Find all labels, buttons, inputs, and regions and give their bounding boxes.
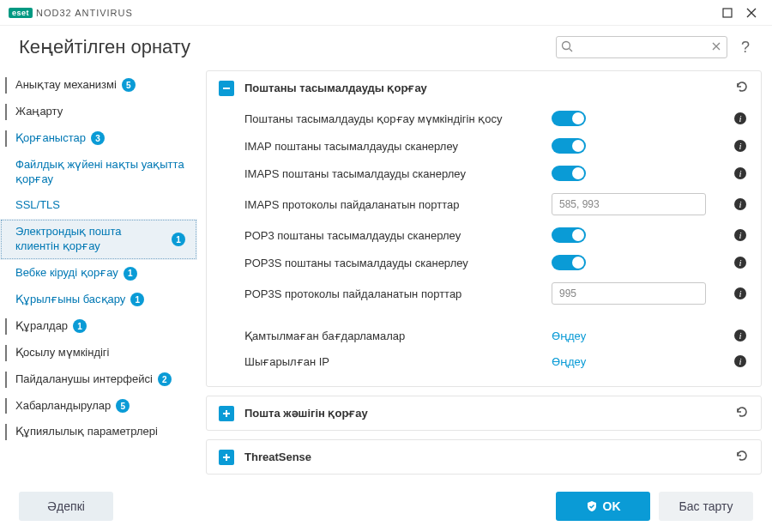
collapse-icon[interactable] [219,81,234,96]
search-input[interactable] [556,36,727,58]
setting-label: POP3S поштаны тасымалдауды сканерлеу [244,257,543,269]
setting-label: Поштаны тасымалдауды қорғау мүмкіндігін … [244,112,543,125]
sidebar-item[interactable]: Құрылғыны басқару1 [0,287,197,313]
help-button[interactable]: ? [738,39,753,57]
svg-text:i: i [739,113,741,124]
app-logo: eset NOD32 ANTIVIRUS [9,8,133,18]
ok-button[interactable]: OK [556,492,650,521]
info-icon[interactable]: i [732,228,749,242]
sidebar-badge: 2 [158,372,172,386]
toggle-switch[interactable] [552,255,586,270]
sidebar-item[interactable]: Файлдық жүйені нақты уақытта қорғау [0,152,197,193]
reset-icon[interactable] [735,449,749,465]
reset-icon[interactable] [735,405,749,421]
port-input[interactable] [552,282,706,305]
sidebar-item[interactable]: Хабарландырулар5 [0,393,197,420]
info-icon[interactable]: i [732,256,749,269]
setting-control [552,166,723,181]
info-icon[interactable]: i [732,329,749,342]
sidebar-badge: 1 [172,233,185,246]
panel-title: ThreatSense [244,450,725,463]
titlebar: eset NOD32 ANTIVIRUS [0,0,772,26]
footer: Әдепкі OK Бас тарту [0,481,772,532]
svg-text:i: i [739,141,741,151]
logo-badge: eset [9,8,33,18]
panel-header[interactable]: Пошта жәшігін қорғау [207,396,761,430]
setting-control [552,227,723,243]
sidebar-item-label: Қорғаныстар [15,131,86,146]
panel-header[interactable]: Поштаны тасымалдауды қорғау [207,71,761,105]
setting-control [552,282,723,305]
info-icon[interactable]: i [732,166,749,180]
default-button[interactable]: Әдепкі [19,492,113,521]
sidebar-item[interactable]: Электрондық пошта клиентін қорғау1 [0,219,197,260]
toggle-switch[interactable] [552,138,586,154]
sidebar-item-label: Хабарландырулар [15,399,111,414]
ok-button-label: OK [603,499,621,513]
sidebar-item[interactable]: Анықтау механизмі5 [0,72,197,99]
sidebar-badge: 5 [116,399,130,413]
toggle-switch[interactable] [552,166,586,181]
port-input[interactable] [552,193,706,215]
sidebar-item[interactable]: Жаңарту [0,99,197,125]
sidebar-item[interactable]: Құпиялылық параметрлері [0,419,197,445]
svg-text:i: i [739,288,741,299]
toggle-switch[interactable] [552,111,586,126]
svg-text:i: i [739,356,741,366]
expand-icon[interactable] [219,406,234,421]
reset-icon[interactable] [735,80,749,96]
expand-icon[interactable] [219,450,234,465]
sidebar-item-label: Құралдар [15,319,68,334]
sidebar-item[interactable]: Пайдаланушы интерфейсі2 [0,366,197,393]
sidebar-badge: 1 [73,319,87,333]
sidebar-badge: 3 [91,131,105,145]
info-icon[interactable]: i [732,112,749,125]
setting-label: Шығарылған IP [244,355,543,368]
info-icon[interactable]: i [732,354,749,368]
setting-label: IMAP поштаны тасымалдауды сканерлеу [244,140,543,153]
panel-header[interactable]: ThreatSense [207,440,761,474]
shield-icon [586,500,598,512]
sidebar-item-label: Пайдаланушы интерфейсі [15,372,153,387]
svg-rect-2 [223,88,230,89]
setting-control [552,111,723,126]
product-name: NOD32 ANTIVIRUS [36,8,133,18]
cancel-button-label: Бас тарту [679,499,733,513]
sidebar-item[interactable]: SSL/TLS [0,192,197,219]
edit-link[interactable]: Өңдеу [552,329,586,342]
setting-row: Поштаны тасымалдауды қорғау мүмкіндігін … [244,105,749,132]
sidebar-item[interactable]: Вебке кіруді қорғау1 [0,260,197,287]
sidebar-item[interactable]: Құралдар1 [0,313,197,340]
info-icon[interactable]: i [732,287,749,300]
setting-label: IMAPS протоколы пайдаланатын порттар [244,198,543,211]
setting-control [552,138,723,154]
window-close-button[interactable] [739,1,763,25]
sidebar-item-label: Анықтау механизмі [15,78,117,93]
sidebar-badge: 5 [122,78,136,92]
sidebar-badge: 1 [130,293,144,306]
info-icon[interactable]: i [732,197,749,211]
window-maximize-button[interactable] [715,1,739,25]
setting-control [552,255,723,270]
cancel-button[interactable]: Бас тарту [659,492,753,521]
maximize-icon [722,8,733,18]
search-box [556,36,727,58]
svg-rect-22 [223,413,230,414]
sidebar-item[interactable]: Қосылу мүмкіндігі [0,340,197,366]
setting-row: Шығарылған IPӨңдеуi [244,348,749,374]
search-clear-button[interactable] [710,40,722,55]
content-area: Поштаны тасымалдауды қорғауПоштаны тасым… [197,67,772,530]
sidebar-item-label: SSL/TLS [15,198,60,213]
toggle-switch[interactable] [552,227,586,243]
sidebar: Анықтау механизмі5ЖаңартуҚорғаныстар3Фай… [0,67,197,530]
edit-link[interactable]: Өңдеу [552,355,586,368]
info-icon[interactable]: i [732,139,749,153]
setting-row: POP3 поштаны тасымалдауды сканерлеуi [244,221,749,249]
setting-row: Қамтылмаған бағдарламаларӨңдеуi [244,323,749,348]
setting-row: IMAP поштаны тасымалдауды сканерлеуi [244,132,749,160]
page-header: Кеңейтілген орнату ? [0,26,772,67]
setting-label: IMAPS поштаны тасымалдауды сканерлеу [244,167,543,180]
sidebar-item[interactable]: Қорғаныстар3 [0,125,197,152]
svg-text:i: i [739,168,741,178]
svg-rect-0 [723,9,732,17]
